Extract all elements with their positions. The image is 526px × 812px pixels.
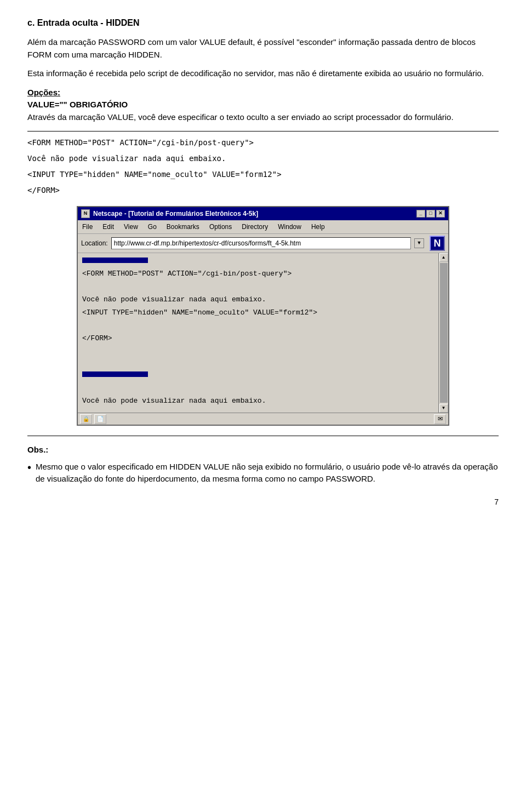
section-title: c. Entrada oculta - HIDDEN bbox=[27, 16, 499, 30]
location-label: Location: bbox=[81, 238, 108, 248]
content-line-endform: </FORM> bbox=[82, 333, 434, 344]
content-bar-top bbox=[82, 258, 148, 263]
scrollbar-up[interactable]: ▲ bbox=[439, 253, 448, 262]
options-description: Através da marcação VALUE, você deve esp… bbox=[27, 111, 499, 124]
content-line-empty5 bbox=[82, 382, 434, 393]
content-line-empty2 bbox=[82, 320, 434, 331]
menu-go[interactable]: Go bbox=[146, 221, 159, 232]
content-line-empty1 bbox=[82, 282, 434, 293]
browser-toolbar: Location: http://www.cr-df.mp.br/hiperte… bbox=[78, 234, 448, 253]
scrollbar-track[interactable] bbox=[440, 263, 448, 403]
window-buttons[interactable]: _ □ ✕ bbox=[416, 210, 445, 218]
divider-top bbox=[27, 131, 499, 131]
content-line-voce2: Você não pode visualizar nada aqui embai… bbox=[82, 396, 434, 407]
menu-window[interactable]: Window bbox=[276, 221, 304, 232]
content-line-voce: Você não pode visualizar nada aqui embai… bbox=[82, 294, 434, 305]
menu-bookmarks[interactable]: Bookmarks bbox=[164, 221, 202, 232]
close-button[interactable]: ✕ bbox=[436, 210, 445, 218]
browser-window: N Netscape - [Tutorial de Formulários El… bbox=[77, 206, 449, 426]
netscape-logo: N bbox=[430, 236, 445, 251]
browser-title: Netscape - [Tutorial de Formulários Elet… bbox=[93, 209, 258, 219]
page-number: 7 bbox=[27, 496, 499, 508]
content-line-empty3 bbox=[82, 346, 434, 357]
code-line-6: </FORM> bbox=[27, 185, 499, 196]
paragraph-1: Além da marcação PASSWORD com um valor V… bbox=[27, 36, 499, 61]
browser-scrollbar: ▲ ▼ bbox=[438, 253, 448, 413]
location-input[interactable]: http://www.cr-df.mp.br/hipertextos/cr-df… bbox=[111, 237, 411, 249]
obs-label: Obs.: bbox=[27, 445, 48, 454]
browser-statusbar: 🔒 📄 ✉ bbox=[78, 413, 448, 425]
menu-directory[interactable]: Directory bbox=[239, 221, 270, 232]
options-label: Opções: bbox=[27, 87, 499, 99]
menu-help[interactable]: Help bbox=[309, 221, 327, 232]
content-line-form: <FORM METHOD="POST" ACTION="/cgi-bin/pos… bbox=[82, 268, 434, 279]
obs-section: Obs.: • Mesmo que o valor especificado e… bbox=[27, 444, 499, 485]
code-line-1: <FORM METHOD="POST" ACTION="/cgi-bin/pos… bbox=[27, 137, 499, 148]
scrollbar-down[interactable]: ▼ bbox=[439, 404, 448, 413]
menu-view[interactable]: View bbox=[122, 221, 140, 232]
browser-titlebar: N Netscape - [Tutorial de Formulários El… bbox=[78, 207, 448, 220]
browser-menubar: File Edit View Go Bookmarks Options Dire… bbox=[78, 220, 448, 234]
location-dropdown[interactable]: ▼ bbox=[414, 238, 424, 248]
options-value-line: VALUE="" OBRIGATÓRIO bbox=[27, 99, 499, 111]
divider-bottom bbox=[27, 436, 499, 436]
obs-bullet-item: • Mesmo que o valor especificado em HIDD… bbox=[27, 461, 499, 485]
content-bar-bottom bbox=[82, 371, 148, 377]
paragraph-2: Esta informação é recebida pelo script d… bbox=[27, 67, 499, 80]
status-icon-left[interactable]: 🔒 bbox=[80, 414, 92, 424]
browser-body: <FORM METHOD="POST" ACTION="/cgi-bin/pos… bbox=[78, 253, 448, 413]
code-line-3: Você não pode visualizar nada aqui embai… bbox=[27, 153, 499, 164]
content-line-input: <INPUT TYPE="hidden" NAME="nome_oculto" … bbox=[82, 307, 434, 318]
menu-file[interactable]: File bbox=[80, 221, 95, 232]
maximize-button[interactable]: □ bbox=[426, 210, 435, 218]
minimize-button[interactable]: _ bbox=[416, 210, 425, 218]
bullet-icon: • bbox=[27, 461, 31, 474]
status-icon-doc[interactable]: 📄 bbox=[94, 414, 106, 424]
obs-text: Mesmo que o valor especificado em HIDDEN… bbox=[36, 461, 499, 485]
menu-edit[interactable]: Edit bbox=[100, 221, 116, 232]
browser-content: <FORM METHOD="POST" ACTION="/cgi-bin/pos… bbox=[78, 253, 438, 413]
status-mail-icon[interactable]: ✉ bbox=[434, 414, 446, 424]
code-line-4: <INPUT TYPE="hidden" NAME="nome_oculto" … bbox=[27, 169, 499, 180]
content-line-empty4 bbox=[82, 359, 434, 370]
browser-icon: N bbox=[81, 209, 90, 218]
menu-options[interactable]: Options bbox=[207, 221, 234, 232]
